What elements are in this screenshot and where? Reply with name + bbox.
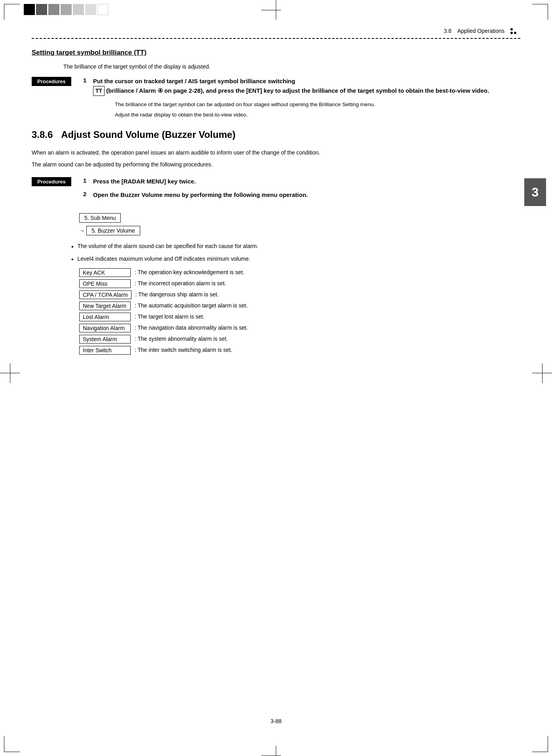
corner-mark-br [532,736,548,752]
alarm-row: Lost Alarm: The target lost alarm is set… [79,313,520,321]
alarm-desc: : The incorrect operation alarm is set. [135,279,226,288]
crosshair-right [532,373,552,383]
section2-intro2: The alarm sound can be adjusted by perfo… [32,160,520,169]
corner-mark-tl [4,4,20,20]
section2-num: 3.8.6 [32,129,53,140]
alarm-row: Inter Switch: The inter switch switching… [79,346,520,355]
alarm-desc: : The operation key acknowledgement is s… [135,268,244,277]
alarm-label: Key ACK [79,268,131,277]
procedures2-row: Procedures 1 Press the [RADAR MENU] key … [32,177,520,204]
section2-title: Adjust Sound Volume (Buzzer Volume) [61,129,235,140]
bullet1-text: The volume of the alarm sound can be spe… [78,242,259,250]
tt-box: TT [93,86,105,96]
alarm-row: New Target Alarm: The automatic acquisit… [79,302,520,310]
alarm-label: CPA / TCPA Alarm [79,290,131,299]
bullet2-suffix: indicates minimum volume. [183,256,250,262]
step1-cont: (brilliance / Alarm ④ on page 2-28), and… [106,87,489,94]
procedures2-badge: Procedures [32,177,71,186]
chapter-tab: 3 [524,178,546,206]
proc2-step2-text: Open the Buzzer Volume menu by performin… [93,191,308,200]
menu-box-1: 5. Sub Menu [79,213,121,223]
section1-intro: The brilliance of the target symbol of t… [63,63,520,71]
alarm-label: New Target Alarm [79,302,131,310]
alarm-row: System Alarm: The system abnormality ala… [79,335,520,344]
alarm-label: OPE Miss [79,279,131,288]
bullet2-content: Level4 indicates maximum volume and Off … [78,255,250,263]
section2-intro1: When an alarm is activated, the operatio… [32,148,520,157]
corner-mark-bl [4,736,20,752]
menu-flow: 5. Sub Menu → 5. Buzzer Volume [79,212,520,236]
alarm-row: Navigation Alarm: The navigation data ab… [79,324,520,332]
crosshair-left [0,373,20,383]
menu-line1: 5. Sub Menu [79,212,520,223]
step1-text: Put the cursor on tracked target / AIS t… [93,77,489,96]
section1-title: Setting target symbol brilliance (TT) [32,49,520,57]
section-number: 3.8 Applied Operations [444,28,504,34]
menu-box-2: 5. Buzzer Volume [86,226,140,235]
alarm-label: Lost Alarm [79,313,131,321]
proc2-step1: 1 Press the [RADAR MENU] key twice. [83,177,520,186]
proc1-step1: 1 Put the cursor on tracked target / AIS… [83,77,520,96]
page-header: 3.8 Applied Operations [32,28,520,34]
proc2-step2: 2 Open the Buzzer Volume menu by perform… [83,191,520,200]
alarm-desc: : The automatic acquisition target alarm… [135,302,247,310]
procedures2-content: 1 Press the [RADAR MENU] key twice. 2 Op… [83,177,520,204]
corner-mark-tr [532,4,548,20]
bullet-item-2: Level4 indicates maximum volume and Off … [71,255,520,264]
alarm-label: System Alarm [79,335,131,344]
page-number: 3-88 [270,718,282,724]
alarm-row: CPA / TCPA Alarm: The dangerous ship ala… [79,290,520,299]
alarm-row: Key ACK: The operation key acknowledgeme… [79,268,520,277]
bullet-item-1: The volume of the alarm sound can be spe… [71,242,520,252]
dash-separator [32,38,520,39]
procedures1-badge: Procedures [32,77,71,86]
alarm-label: Inter Switch [79,346,131,355]
procedures1-content: 1 Put the cursor on tracked target / AIS… [83,77,520,121]
off-box: Off [175,256,182,262]
level4-box: Level4 [78,256,94,262]
bullet-list: The volume of the alarm sound can be spe… [71,242,520,264]
alarm-row: OPE Miss: The incorrect operation alarm … [79,279,520,288]
subsection-heading: 3.8.6 Adjust Sound Volume (Buzzer Volume… [32,129,520,140]
alarm-table: Key ACK: The operation key acknowledgeme… [79,268,520,355]
crosshair-top [271,0,281,10]
menu-line2: → 5. Buzzer Volume [79,225,520,236]
menu-arrow: → [79,227,85,234]
alarm-desc: : The target lost alarm is set. [135,313,204,321]
procedures1-row: Procedures 1 Put the cursor on tracked t… [32,77,520,121]
alarm-desc: : The navigation data abnormality alarm … [135,324,248,332]
step1-num: 1 [83,77,93,84]
proc2-step1-text: Press the [RADAR MENU] key twice. [93,177,196,186]
dots-decoration [510,28,516,34]
proc2-step2-num: 2 [83,191,93,197]
alarm-desc: : The inter switch switching alarm is se… [135,346,232,354]
note2: Adjust the radar display to obtain the b… [115,111,520,119]
alarm-desc: : The system abnormality alarm is set. [135,335,228,343]
note1: The brilliance of the target symbol can … [115,101,520,109]
barcode-strip [24,4,108,15]
alarm-label: Navigation Alarm [79,324,131,332]
crosshair-bottom [271,746,281,756]
alarm-desc: : The dangerous ship alarm is set. [135,290,219,299]
bullet2-mid: indicates maximum volume and [95,256,175,262]
main-content: 3.8 Applied Operations Setting target sy… [32,28,520,732]
proc2-step1-num: 1 [83,177,93,184]
